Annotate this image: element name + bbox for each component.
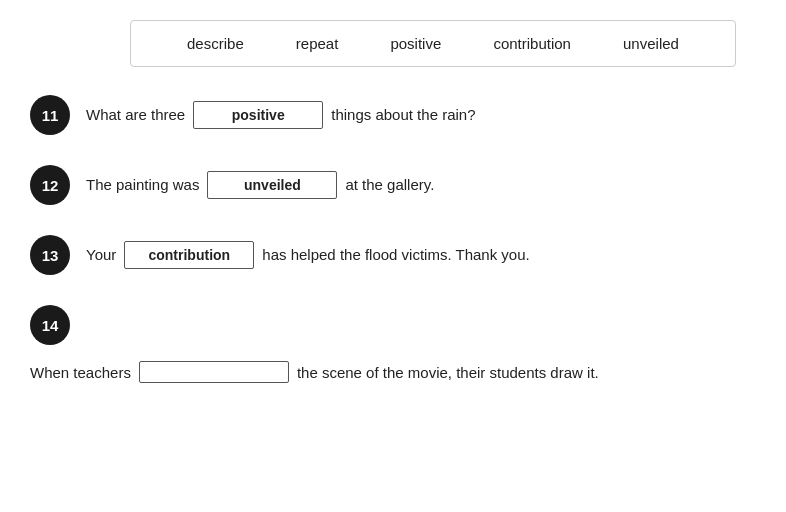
question-14-section: 14 When teachers the scene of the movie,… [30,305,756,383]
word-bank-word-unveiled: unveiled [623,35,679,52]
q12-text-after: at the gallery. [345,173,434,197]
q13-text-after: has helped the flood victims. Thank you. [262,243,529,267]
q14-text-before: When teachers [30,364,131,381]
question-14-text: When teachers the scene of the movie, th… [30,361,756,383]
word-bank: describe repeat positive contribution un… [130,20,736,67]
word-bank-word-describe: describe [187,35,244,52]
question-13-text: Your contribution has helped the flood v… [86,241,530,269]
word-bank-word-positive: positive [390,35,441,52]
q13-answer-box[interactable]: contribution [124,241,254,269]
q11-text-after: things about the rain? [331,103,475,127]
question-12-number: 12 [30,165,70,205]
question-11-row: 11 What are three positive things about … [30,95,756,135]
q11-text-before: What are three [86,103,185,127]
q14-text-after: the scene of the movie, their students d… [297,364,599,381]
q12-text-before: The painting was [86,173,199,197]
word-bank-word-repeat: repeat [296,35,339,52]
question-14-row: 14 [30,305,756,345]
question-14-number: 14 [30,305,70,345]
question-12-text: The painting was unveiled at the gallery… [86,171,434,199]
question-13-row: 13 Your contribution has helped the floo… [30,235,756,275]
question-11-text: What are three positive things about the… [86,101,476,129]
q14-answer-box[interactable] [139,361,289,383]
q12-answer-box[interactable]: unveiled [207,171,337,199]
q11-answer-box[interactable]: positive [193,101,323,129]
question-12-row: 12 The painting was unveiled at the gall… [30,165,756,205]
question-13-number: 13 [30,235,70,275]
word-bank-word-contribution: contribution [493,35,571,52]
q13-text-before: Your [86,243,116,267]
question-11-number: 11 [30,95,70,135]
